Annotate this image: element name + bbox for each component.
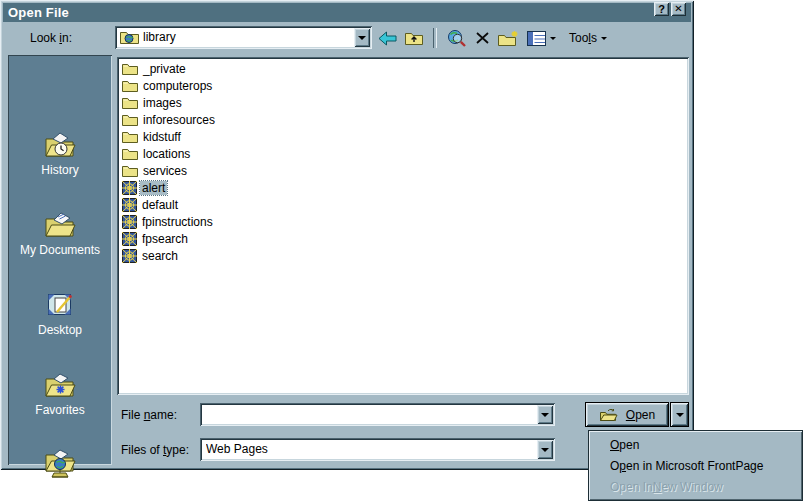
folder-icon: [122, 130, 138, 143]
list-item-file[interactable]: fpinstructions: [120, 213, 689, 230]
chevron-down-icon: [541, 413, 549, 417]
folder-icon: [122, 164, 138, 177]
files-of-type-dropdown-button[interactable]: [537, 440, 553, 459]
file-list: _private computerops images inforesource…: [117, 57, 689, 395]
web-folders-icon: [42, 449, 78, 480]
look-in-combobox[interactable]: library: [115, 26, 372, 49]
look-in-label: Look in:: [30, 31, 72, 45]
open-file-dialog: Open File ? ✕ Look in: library: [0, 0, 694, 470]
back-button[interactable]: [378, 27, 397, 49]
file-name-label: File name:: [121, 408, 177, 422]
web-page-icon: [122, 198, 137, 212]
list-item-folder[interactable]: services: [120, 162, 689, 179]
list-item-folder[interactable]: computerops: [120, 77, 689, 94]
chevron-down-icon: [541, 448, 549, 452]
favorites-icon: [42, 371, 78, 400]
list-item-file[interactable]: search: [120, 247, 689, 264]
files-of-type-value: Web Pages: [206, 442, 533, 456]
sidebar-item-history[interactable]: History: [8, 113, 112, 177]
folder-icon: [122, 96, 138, 109]
menu-item-open-in-frontpage[interactable]: Open in Microsoft FrontPage: [589, 455, 802, 476]
web-page-icon: [122, 181, 137, 195]
chevron-down-icon: [358, 36, 366, 40]
delete-button[interactable]: [475, 27, 490, 49]
list-item-file-selected[interactable]: alert: [120, 179, 689, 196]
folder-icon: [122, 62, 138, 75]
search-the-web-button[interactable]: [446, 27, 468, 49]
my-documents-icon: [42, 211, 78, 240]
open-button-dropdown[interactable]: [670, 402, 689, 427]
help-icon: ?: [658, 4, 665, 15]
menu-item-open-in-new-window[interactable]: Open In New Window: [589, 476, 802, 497]
close-icon: ✕: [674, 4, 682, 14]
list-item-file[interactable]: default: [120, 196, 689, 213]
menu-item-open[interactable]: Open: [589, 434, 802, 455]
tools-label: Tools: [569, 31, 597, 45]
open-button[interactable]: Open: [585, 402, 669, 427]
chevron-down-icon: [676, 413, 684, 417]
chevron-down-icon: [550, 37, 556, 40]
sidebar-item-favorites[interactable]: Favorites: [8, 353, 112, 417]
toolbar-separator: [433, 28, 437, 48]
list-item-folder[interactable]: locations: [120, 145, 689, 162]
list-item-folder[interactable]: images: [120, 94, 689, 111]
window-title: Open File: [8, 5, 69, 20]
titlebar[interactable]: Open File: [3, 3, 691, 22]
web-page-icon: [122, 232, 137, 246]
web-folder-icon: [120, 30, 139, 45]
up-folder-icon: [404, 30, 424, 46]
help-button[interactable]: ?: [654, 2, 669, 16]
sidebar-item-my-documents[interactable]: My Documents: [8, 193, 112, 257]
list-item-folder[interactable]: _private: [120, 60, 689, 77]
up-one-level-button[interactable]: [404, 27, 424, 49]
sidebar-item-web-folders[interactable]: Web Folders: [8, 433, 112, 497]
places-bar: History My Documents Desktop: [8, 55, 112, 465]
open-button-label: Open: [626, 408, 655, 422]
file-name-combobox[interactable]: [200, 403, 555, 426]
files-of-type-label: Files of type:: [121, 443, 189, 457]
folder-icon: [122, 147, 138, 160]
files-of-type-combobox[interactable]: Web Pages: [200, 438, 555, 461]
list-item-folder[interactable]: inforesources: [120, 111, 689, 128]
list-item-folder[interactable]: kidstuff: [120, 128, 689, 145]
create-new-folder-button[interactable]: [497, 27, 520, 49]
desktop-icon: [43, 290, 77, 320]
sidebar-item-desktop[interactable]: Desktop: [8, 273, 112, 337]
back-arrow-icon: [378, 31, 397, 46]
close-button[interactable]: ✕: [671, 2, 686, 16]
folder-icon: [122, 79, 138, 92]
dialog-toolbar: Tools: [378, 27, 607, 49]
open-dropdown-menu: Open Open in Microsoft FrontPage Open In…: [588, 430, 803, 501]
list-item-file[interactable]: fpsearch: [120, 230, 689, 247]
views-button[interactable]: [527, 27, 556, 49]
views-icon: [527, 31, 546, 46]
new-folder-icon: [497, 30, 520, 47]
open-folder-icon: [599, 408, 618, 422]
web-page-icon: [122, 215, 137, 229]
chevron-down-icon: [601, 37, 607, 40]
web-page-icon: [122, 249, 137, 263]
file-name-dropdown-button[interactable]: [537, 405, 553, 424]
search-web-icon: [446, 29, 468, 47]
look-in-value: library: [143, 30, 350, 44]
folder-icon: [122, 113, 138, 126]
history-icon: [42, 131, 78, 160]
tools-menu-button[interactable]: Tools: [569, 27, 607, 49]
look-in-dropdown-button[interactable]: [354, 28, 370, 47]
delete-x-icon: [475, 31, 490, 45]
